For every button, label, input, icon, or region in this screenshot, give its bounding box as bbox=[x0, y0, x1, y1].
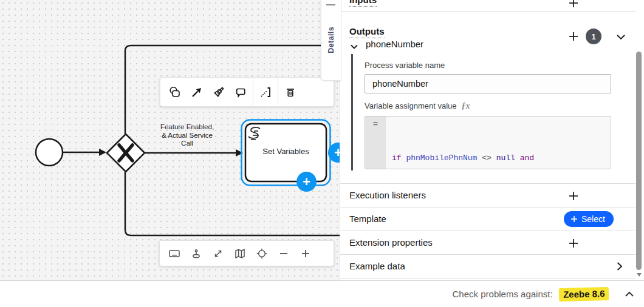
fit-viewport-icon[interactable] bbox=[207, 241, 229, 266]
context-pad-divider bbox=[278, 78, 278, 106]
version-menu-chevron-up-icon[interactable] bbox=[625, 291, 634, 297]
item-group-indent-line bbox=[351, 54, 353, 170]
tab-details[interactable]: Details bbox=[321, 0, 341, 81]
camunda-modeler-window: Feature Enabled, & Actual Service Call S… bbox=[0, 0, 644, 307]
properties-panel: Inputs Outputs 1 bbox=[340, 0, 644, 280]
bpmn-canvas[interactable]: Feature Enabled, & Actual Service Call S… bbox=[0, 0, 340, 280]
section-inputs[interactable]: Inputs bbox=[340, 0, 635, 12]
feel-fx-icon: ƒx bbox=[462, 101, 470, 110]
exclusive-gateway[interactable] bbox=[107, 134, 145, 172]
plus-icon bbox=[570, 215, 578, 223]
start-event[interactable] bbox=[36, 139, 63, 166]
zoom-out-icon[interactable] bbox=[273, 241, 295, 266]
feel-equals-gutter: = bbox=[365, 116, 386, 169]
section-extension-properties[interactable]: Extension properties bbox=[340, 231, 635, 254]
hand-tool-icon[interactable] bbox=[185, 241, 207, 266]
panel-scrollbar-down-arrow[interactable] bbox=[637, 273, 642, 277]
section-template[interactable]: Template Select bbox=[340, 207, 635, 231]
sequence-flow-start-to-gateway[interactable] bbox=[63, 149, 106, 156]
append-element-bottom-button[interactable]: + bbox=[296, 172, 317, 192]
link-bracket-icon[interactable] bbox=[255, 78, 276, 106]
inputs-header: Inputs bbox=[349, 0, 377, 7]
center-viewport-icon[interactable] bbox=[251, 241, 273, 266]
item-collapse-chevron-icon[interactable] bbox=[350, 41, 358, 52]
add-execution-listener-icon[interactable] bbox=[567, 190, 580, 204]
gateway-label[interactable]: Feature Enabled, & Actual Service Call bbox=[146, 123, 228, 148]
panel-section-list: Execution listeners Template Select Exte bbox=[340, 183, 635, 278]
sequence-flow-gateway-to-task[interactable] bbox=[145, 149, 243, 157]
keyboard-icon[interactable] bbox=[163, 241, 185, 266]
tab-details-label: Details bbox=[327, 27, 335, 53]
section-outputs[interactable]: Outputs 1 bbox=[340, 11, 635, 36]
process-variable-name-input[interactable] bbox=[365, 74, 611, 93]
select-template-button[interactable]: Select bbox=[564, 211, 614, 227]
context-pad bbox=[160, 78, 334, 107]
copy-elements-icon[interactable] bbox=[164, 78, 186, 106]
process-variable-name-label: Process variable name bbox=[365, 61, 445, 70]
add-input-icon[interactable] bbox=[567, 0, 580, 12]
feel-expression-editor[interactable]: = if phnMobilePhnNum <> null and "string… bbox=[365, 116, 611, 169]
open-example-data-chevron-icon[interactable] bbox=[616, 261, 623, 274]
minimap-icon[interactable] bbox=[229, 241, 251, 266]
outputs-header: Outputs bbox=[349, 26, 385, 38]
output-item-phonenumber[interactable]: phoneNumber bbox=[340, 38, 635, 53]
code-line: if phnMobilePhnNum <> null and bbox=[392, 150, 611, 166]
zoom-in-icon[interactable] bbox=[295, 241, 317, 266]
append-arrow-icon[interactable] bbox=[186, 78, 208, 106]
trash-icon[interactable] bbox=[279, 78, 301, 106]
panel-scrollbar-thumb[interactable] bbox=[636, 52, 642, 270]
status-bar: Check problems against: Zeebe 8.6 bbox=[0, 280, 644, 307]
comment-icon[interactable] bbox=[230, 78, 252, 106]
task-label: Set Variables bbox=[245, 147, 326, 156]
section-example-data[interactable]: Example data bbox=[340, 254, 635, 278]
context-pad-divider bbox=[253, 78, 253, 106]
panel-resize-grip[interactable] bbox=[326, 0, 335, 5]
variable-assignment-value-label: Variable assignment valueƒx bbox=[365, 101, 470, 111]
add-extension-property-icon[interactable] bbox=[567, 237, 580, 252]
engine-version-badge[interactable]: Zeebe 8.6 bbox=[558, 286, 609, 301]
color-brush-icon[interactable] bbox=[208, 78, 230, 106]
feel-code[interactable]: if phnMobilePhnNum <> null and "string l… bbox=[386, 116, 611, 169]
output-item-name: phoneNumber bbox=[366, 39, 423, 49]
section-execution-listeners[interactable]: Execution listeners bbox=[340, 183, 635, 207]
check-problems-label: Check problems against: bbox=[453, 289, 553, 299]
canvas-toolbar bbox=[159, 240, 334, 266]
